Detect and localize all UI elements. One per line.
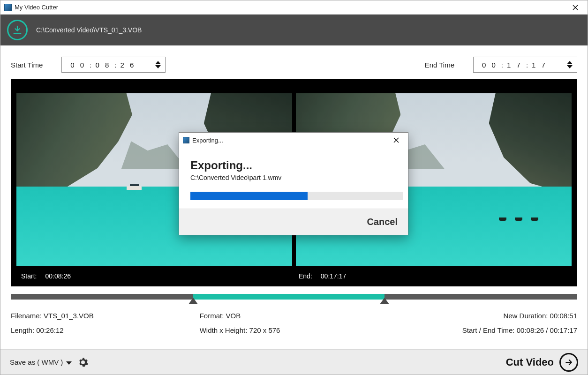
info-start-end: Start / End Time: 00:08:26 / 00:17:17 (388, 326, 577, 334)
start-time-input[interactable]: 0 0: 0 8: 2 6 (61, 57, 166, 73)
close-icon (393, 137, 399, 143)
footer-bar: Save as ( WMV ) Cut Video (0, 349, 588, 375)
dialog-title-bar: Exporting... (179, 133, 408, 148)
dialog-footer: Cancel (179, 209, 408, 235)
save-as-group: Save as ( WMV ) (10, 357, 89, 368)
export-path: C:\Converted Video\part 1.wmv (190, 174, 397, 181)
app-icon (4, 4, 12, 11)
chevron-down-icon (66, 361, 72, 365)
window-close-button[interactable] (566, 0, 585, 14)
app-icon (183, 137, 189, 143)
dialog-close-button[interactable] (387, 133, 405, 148)
cancel-button[interactable]: Cancel (367, 217, 398, 227)
cut-video-label: Cut Video (506, 356, 554, 368)
time-row: Start Time 0 0: 0 8: 2 6 End Time 0 0: 1… (0, 45, 588, 79)
end-time-input[interactable]: 0 0: 1 7: 1 7 (473, 57, 577, 73)
trim-selection[interactable] (193, 294, 384, 300)
dialog-title: Exporting... (192, 137, 387, 144)
save-as-dropdown[interactable]: Save as ( WMV ) (10, 358, 72, 366)
info-dimensions: Width x Height: 720 x 576 (200, 326, 389, 334)
info-new-duration: New Duration: 00:08:51 (388, 312, 577, 320)
end-time-value: 0 0: 1 7: 1 7 (482, 61, 565, 69)
cut-video-button[interactable]: Cut Video (506, 353, 578, 372)
file-info: Filename: VTS_01_3.VOB Format: VOB New D… (0, 304, 588, 336)
start-time-label: Start Time (11, 61, 43, 69)
export-progress (190, 192, 403, 200)
progress-fill (190, 192, 308, 200)
end-time-label: End Time (425, 61, 454, 69)
download-icon (12, 25, 23, 35)
close-icon (573, 5, 578, 10)
dialog-heading: Exporting... (190, 159, 397, 172)
preview-end-label: End: 00:17:17 (294, 272, 346, 280)
start-time-group: Start Time 0 0: 0 8: 2 6 (11, 57, 166, 73)
export-dialog: Exporting... Exporting... C:\Converted V… (179, 132, 408, 235)
trim-handle-end[interactable] (380, 298, 389, 304)
gear-icon (77, 357, 89, 368)
info-filename: Filename: VTS_01_3.VOB (11, 312, 200, 320)
arrow-right-circle-icon (559, 353, 578, 372)
source-filepath: C:\Converted Video\VTS_01_3.VOB (36, 26, 142, 34)
end-time-spinner[interactable] (565, 58, 575, 71)
load-file-button[interactable] (7, 20, 28, 40)
title-bar: My Video Cutter (0, 0, 588, 15)
info-length: Length: 00:26:12 (11, 326, 200, 334)
preview-start-label: Start: 00:08:26 (21, 272, 71, 280)
dialog-body: Exporting... C:\Converted Video\part 1.w… (179, 148, 408, 209)
start-time-value: 0 0: 0 8: 2 6 (70, 61, 154, 69)
settings-button[interactable] (77, 357, 89, 368)
header-bar: C:\Converted Video\VTS_01_3.VOB (0, 15, 588, 45)
preview-overlay: Start: 00:08:26 End: 00:17:17 (11, 266, 577, 286)
info-format: Format: VOB (200, 312, 389, 320)
trim-handle-start[interactable] (188, 298, 198, 304)
start-time-spinner[interactable] (154, 58, 163, 71)
window-title: My Video Cutter (15, 4, 566, 11)
end-time-group: End Time 0 0: 1 7: 1 7 (425, 57, 577, 73)
trim-bar[interactable] (11, 292, 577, 303)
